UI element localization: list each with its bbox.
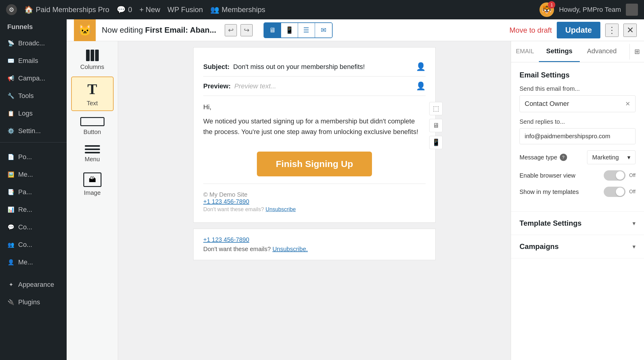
preview-row: Preview: Preview text... 👤 [203,77,426,96]
send-from-input[interactable]: Contact Owner ✕ [520,95,636,112]
footer-phone-2-link[interactable]: +1 123 456-7890 [203,236,249,243]
broadcasts-label: Broadc... [18,39,45,47]
footer-unsubscribe-link[interactable]: Unsubscribe [266,206,296,212]
sidebar-item-plugins[interactable]: 🔌 Plugins [0,293,67,311]
message-type-row: Message type ? Marketing ▾ [520,150,636,164]
sidebar-item-settings[interactable]: ⚙️ Settin... [0,122,67,140]
new-link[interactable]: + New [139,5,160,14]
mobile-action-icon[interactable]: 📱 [429,136,443,149]
sidebar-item-pages[interactable]: 📑 Pa... [0,183,67,201]
preview-placeholder[interactable]: Preview text... [234,82,413,90]
email-settings-title: Email Settings [520,71,636,79]
wp-logo-icon[interactable]: ⚙ [6,4,17,15]
block-menu[interactable]: Menu [71,142,114,166]
show-templates-label: Show in my templates [520,188,579,195]
text-view-button[interactable]: ☰ [298,23,315,38]
template-settings-chevron-icon: ▾ [632,220,636,227]
sidebar-item-appearance[interactable]: ✦ Appearance [0,276,67,293]
more-options-button[interactable]: ⋮ [605,24,619,37]
mobile-view-button[interactable]: 📱 [281,23,298,38]
menu-label: Menu [85,156,100,163]
sidebar-item-reports[interactable]: 📊 Re... [0,201,67,218]
text-label: Text [87,100,98,107]
sidebar-item-logs[interactable]: 📋 Logs [0,105,67,122]
desktop-action-icon[interactable]: 🖥 [429,119,443,132]
block-columns[interactable]: Columns [71,46,114,74]
howdy-text: Howdy, PMPro Team [559,6,621,14]
tab-email[interactable]: EMAIL [511,42,539,62]
contacts-icon: 💬 [7,224,15,231]
sidebar-item-posts[interactable]: 📄 Po... [0,148,67,166]
footer-copyright: © My Demo Site [203,191,426,198]
send-from-label: Send this email from... [520,85,636,92]
tools-icon: 🔧 [7,93,15,99]
desktop-view-button[interactable]: 🖥 [264,23,281,38]
subject-person-icon: 👤 [416,62,426,71]
tab-settings[interactable]: Settings [539,41,580,62]
send-replies-field: Send replies to... [520,118,636,144]
comments-count: 0 [128,5,132,14]
sidebar-item-contacts2[interactable]: 👥 Co... [0,236,67,254]
block-image[interactable]: 🏔 Image [71,169,114,200]
footer-unsubscribe-text: Don't want these emails? Unsubscribe [203,206,426,213]
send-replies-input[interactable] [520,128,636,144]
message-type-label-wrapper: Message type ? [520,154,567,161]
finish-signing-up-button[interactable]: Finish Signing Up [257,152,372,176]
email-view-button[interactable]: ✉ [315,23,332,38]
close-button[interactable]: ✕ [623,24,637,37]
email-card: Subject: Don't miss out on your membersh… [193,47,436,223]
new-label-text: + New [139,5,160,14]
undo-button[interactable]: ↩ [225,24,237,36]
redo-button[interactable]: ↪ [241,24,253,36]
wp-fusion-link[interactable]: WP Fusion [168,5,203,14]
message-type-help-icon[interactable]: ? [560,154,567,161]
logs-icon: 📋 [7,110,15,117]
editor-container: 🐱 Now editing First Email: Aban... ↩ ↪ 🖥… [67,19,644,360]
sidebar-item-broadcasts[interactable]: 📡 Broadc... [0,34,67,52]
members-label: Me... [18,258,33,266]
tab-advanced[interactable]: Advanced [580,41,624,62]
show-templates-toggle[interactable] [604,187,626,197]
block-text[interactable]: T Text [71,77,114,111]
memberships-link[interactable]: 👥 Memberships [210,5,265,14]
tab-grid-icon[interactable]: ⊞ [629,44,644,60]
settings-icon: ⚙️ [7,128,15,134]
sidebar-item-tools[interactable]: 🔧 Tools [0,87,67,105]
show-templates-toggle-label: Off [629,189,636,195]
sidebar-item-campaigns[interactable]: 📢 Campa... [0,70,67,87]
show-templates-row: Show in my templates Off [520,187,636,197]
selection-action-icon[interactable]: ⬚ [429,102,443,115]
sidebar-item-media[interactable]: 🖼️ Me... [0,166,67,183]
campaigns-accordion[interactable]: Campaigns ▾ [511,235,644,258]
template-settings-accordion[interactable]: Template Settings ▾ [511,212,644,235]
message-type-chevron-icon: ▾ [627,154,630,161]
button-block-icon [80,117,105,126]
message-type-dropdown[interactable]: Marketing ▾ [587,150,636,164]
main-content: 🐱 Now editing First Email: Aban... ↩ ↪ 🖥… [67,19,644,360]
footer-unsubscribe-link-2[interactable]: Unsubscribe. [272,246,308,252]
update-button[interactable]: Update [557,22,600,38]
footer-unsubscribe-prefix: Don't want these emails? [203,206,266,212]
broadcasts-icon: 📡 [7,40,15,47]
sidebar-item-emails[interactable]: ✉️ Emails [0,52,67,70]
settings-panel: EMAIL Settings Advanced ⊞ Email Settings… [511,41,644,360]
enable-browser-toggle[interactable] [604,170,626,181]
footer-phone-link[interactable]: +1 123 456-7890 [203,198,249,205]
editor-actions: Move to draft Update ⋮ ✕ [510,22,637,38]
sidebar-item-members[interactable]: 👤 Me... [0,254,67,271]
admin-bar-right: 🐯 1 Howdy, PMPro Team [539,2,638,17]
comment-icon: 💬 [117,5,126,14]
subject-value[interactable]: Don't miss out on your membership benefi… [233,63,412,71]
posts-icon: 📄 [7,154,15,160]
email-canvas[interactable]: Subject: Don't miss out on your membersh… [118,41,511,360]
comments-link[interactable]: 💬 0 [117,5,132,14]
block-button[interactable]: Button [71,113,114,139]
wp-fusion-text: WP Fusion [168,5,203,14]
send-from-clear-icon[interactable]: ✕ [625,100,630,107]
preview-person-icon: 👤 [416,81,426,91]
memberships-text: Memberships [222,5,265,14]
sidebar-item-contacts[interactable]: 💬 Co... [0,218,67,236]
editor-logo-emoji: 🐱 [78,24,92,37]
site-name-link[interactable]: 🏠 Paid Memberships Pro [24,5,109,14]
move-to-draft-button[interactable]: Move to draft [510,26,552,34]
